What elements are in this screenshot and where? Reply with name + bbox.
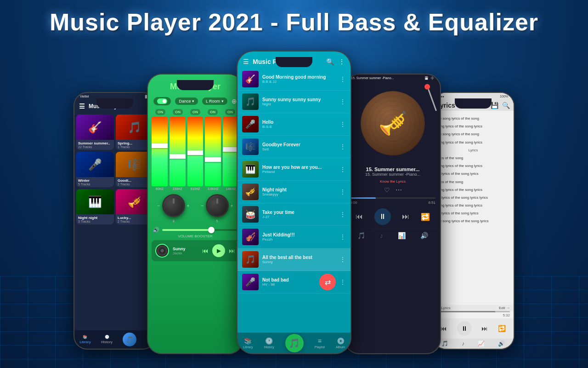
p4-repeat-icon[interactable]: 🔁 bbox=[421, 213, 430, 221]
album-thumb: 🎹 bbox=[76, 189, 114, 214]
p2-more-icon[interactable]: ⊕ bbox=[232, 98, 237, 105]
knob1-plus[interactable]: + bbox=[187, 203, 190, 208]
p1-menu-icon[interactable]: ☰ bbox=[79, 103, 85, 110]
shuffle-btn[interactable]: ⇄ bbox=[319, 274, 336, 290]
song-item-1[interactable]: 🎸 Good Morning good morning B.B & JJ ⋮ bbox=[237, 68, 351, 91]
p2-play-btn[interactable]: ▶ bbox=[212, 244, 225, 257]
phone3-frame: ☰ Music Player 🔍 ⋮ 🎸 Good Morning good m… bbox=[237, 51, 351, 354]
p4-bottom-icon-4[interactable]: 🔊 bbox=[420, 232, 428, 239]
song-menu-10[interactable]: ⋮ bbox=[339, 278, 346, 286]
song-item-6[interactable]: 🎺 Night night Sneakyyy ⋮ bbox=[237, 181, 351, 203]
eq-bar-track-1[interactable] bbox=[152, 117, 168, 186]
song-item-7[interactable]: 🥁 Take your time J-27 ⋮ bbox=[237, 203, 351, 226]
lyric-line-1: the song lyrics of the song bbox=[436, 115, 510, 122]
p3-nav-playlist[interactable]: ≡ Playlist bbox=[315, 337, 325, 349]
p3-more-icon[interactable]: ⋮ bbox=[339, 58, 345, 65]
p5-edit-label[interactable]: Edit → bbox=[499, 306, 510, 310]
eq-slider-1[interactable] bbox=[152, 144, 168, 148]
volume-bar[interactable] bbox=[162, 229, 238, 231]
p3-nav-center-btn[interactable]: 🎵 bbox=[285, 334, 304, 352]
p3-library-icon: 📚 bbox=[244, 337, 252, 345]
p4-add-icon[interactable]: ➕ bbox=[430, 76, 435, 80]
album-item[interactable]: 🎹 Night night 3 Tracks bbox=[76, 189, 114, 224]
p5-search-icon[interactable]: 🔍 bbox=[502, 102, 510, 109]
album-item[interactable]: 🎤 Winter 5 Tracks bbox=[76, 152, 114, 187]
on-btn-5[interactable]: ON bbox=[225, 109, 235, 115]
p3-nav-library[interactable]: 📚 Library bbox=[243, 337, 253, 349]
on-btn-2[interactable]: ON bbox=[173, 109, 183, 115]
eq-bar-track-4[interactable] bbox=[205, 117, 221, 186]
song-item-3[interactable]: 🎤 Hello B-S-E ⋮ bbox=[237, 113, 351, 136]
p4-bottom-icon-1[interactable]: 🎵 bbox=[357, 232, 365, 239]
p4-bottom-icon-2[interactable]: ♪ bbox=[380, 232, 383, 239]
p5-icon-1[interactable]: 🎵 bbox=[441, 340, 448, 347]
p5-icon-4[interactable]: 🔊 bbox=[498, 340, 505, 347]
song-menu-5[interactable]: ⋮ bbox=[339, 166, 346, 173]
p5-pause-btn[interactable]: ⏸ bbox=[457, 321, 472, 336]
p4-save-icon[interactable]: 💾 bbox=[424, 76, 429, 80]
p2-preset-dance[interactable]: Dance ▾ bbox=[175, 98, 198, 105]
album-item[interactable]: 🎸 Summer summer.. 22 Tracks bbox=[76, 115, 114, 150]
p4-bottom-icon-3[interactable]: 📊 bbox=[398, 232, 406, 239]
song-item-4[interactable]: 🎼 Goodbye Forever Sett ⋮ bbox=[237, 136, 351, 158]
eq-slider-4[interactable] bbox=[205, 157, 221, 162]
p2-next-btn[interactable]: ⏭ bbox=[229, 247, 235, 254]
song-menu-9[interactable]: ⋮ bbox=[339, 256, 346, 263]
knob1-minus[interactable]: − bbox=[158, 203, 160, 208]
p4-header-icons: 💾 ➕ bbox=[424, 76, 435, 80]
song-item-10[interactable]: 🎤 Not bad bad HV - 98 ⇄ ⋮ bbox=[237, 271, 351, 293]
song-item-5[interactable]: 🎹 How are you how are you... Petland ⋮ bbox=[237, 158, 351, 181]
song-menu-7[interactable]: ⋮ bbox=[339, 211, 346, 218]
eq-bar-track-3[interactable] bbox=[187, 117, 204, 186]
p5-icon-2[interactable]: ♪ bbox=[462, 340, 464, 347]
song-menu-1[interactable]: ⋮ bbox=[339, 75, 346, 83]
p1-nav-history[interactable]: 🕐 History bbox=[101, 335, 113, 344]
p5-save-icon[interactable]: 💾 bbox=[491, 102, 498, 109]
knob-1[interactable] bbox=[162, 194, 185, 217]
song-menu-6[interactable]: ⋮ bbox=[339, 188, 346, 196]
eq-bar-track-2[interactable] bbox=[170, 117, 186, 186]
eq-slider-2[interactable] bbox=[170, 154, 186, 159]
phone-songlist: ☰ Music Player 🔍 ⋮ 🎸 Good Morning good m… bbox=[237, 51, 351, 354]
knob-2[interactable] bbox=[206, 194, 229, 217]
p2-preset-room[interactable]: L Room ▾ bbox=[202, 98, 227, 105]
p5-status-bar: ●●● 100% bbox=[433, 93, 514, 100]
p4-pause-btn[interactable]: ⏸ bbox=[374, 208, 391, 225]
p5-prev-btn[interactable]: ⏮ bbox=[441, 325, 447, 332]
p4-more-icon[interactable]: ⋯ bbox=[396, 186, 402, 194]
p4-know-lyrics[interactable]: Know the Lyrics bbox=[345, 178, 440, 184]
p4-prev-btn[interactable]: ⏮ bbox=[356, 213, 363, 221]
p3-nav-history[interactable]: 🕐 History bbox=[264, 337, 274, 349]
song-menu-3[interactable]: ⋮ bbox=[339, 121, 346, 128]
p3-search-icon[interactable]: 🔍 bbox=[326, 58, 334, 65]
p2-toggle[interactable] bbox=[153, 97, 171, 105]
volume-thumb[interactable] bbox=[208, 227, 215, 233]
song-item-2[interactable]: 🎵 Sunny sunny sunny sunny Night ⋮ bbox=[237, 91, 351, 113]
knob2-plus[interactable]: + bbox=[231, 203, 233, 208]
on-btn-3[interactable]: ON bbox=[190, 109, 200, 115]
on-btn-4[interactable]: ON bbox=[208, 109, 218, 115]
p4-progress-bar[interactable] bbox=[350, 197, 435, 199]
p2-now-playing: Sunny Jackk ⏮ ▶ ⏭ bbox=[152, 240, 239, 261]
p4-next-btn[interactable]: ⏭ bbox=[402, 213, 409, 221]
p5-icon-3[interactable]: 📈 bbox=[478, 340, 485, 347]
song-menu-4[interactable]: ⋮ bbox=[339, 143, 346, 150]
song-menu-8[interactable]: ⋮ bbox=[339, 233, 346, 241]
song-item-9-active[interactable]: 🎵 All the best all the best Sunny ⋮ bbox=[237, 248, 351, 271]
p1-nav-library[interactable]: 📚 Library bbox=[79, 335, 90, 344]
p4-heart-icon[interactable]: ♡ bbox=[384, 186, 390, 194]
eq-freq-5: 14KHZ bbox=[226, 187, 236, 190]
p1-avatar[interactable]: 🎵 bbox=[123, 333, 136, 346]
song-menu-2[interactable]: ⋮ bbox=[339, 98, 346, 105]
p5-next-btn[interactable]: ⏭ bbox=[481, 325, 488, 332]
p3-menu-icon[interactable]: ☰ bbox=[243, 58, 249, 65]
p5-repeat-icon[interactable]: 🔁 bbox=[498, 325, 506, 332]
song-item-8[interactable]: 🎻 Just Kidding!!! Pezzh ⋮ bbox=[237, 226, 351, 248]
album-tracks: 2 Tracks bbox=[118, 183, 152, 186]
eq-slider-3[interactable] bbox=[187, 150, 204, 155]
p2-prev-btn[interactable]: ⏮ bbox=[202, 247, 209, 254]
knob2-minus[interactable]: − bbox=[201, 203, 204, 208]
p3-nav-album[interactable]: 💿 Album bbox=[336, 337, 345, 349]
on-btn-1[interactable]: ON bbox=[155, 109, 165, 115]
toggle-button[interactable] bbox=[157, 98, 167, 104]
